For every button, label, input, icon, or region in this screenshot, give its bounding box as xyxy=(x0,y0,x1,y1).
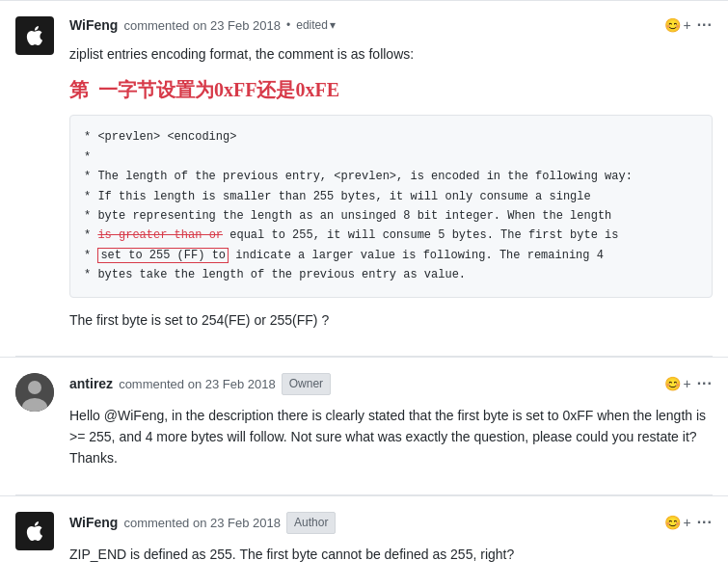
author-name: WiFeng xyxy=(69,515,118,530)
avatar xyxy=(15,16,54,55)
comment-body: Hello @WiFeng, in the description there … xyxy=(69,405,713,469)
comment-header-right: 😊 + ··· xyxy=(664,375,713,392)
plus-label: + xyxy=(683,515,690,530)
code-block: * <prevlen> <encoding> * * The length of… xyxy=(69,115,713,297)
comment-meta: commented on 23 Feb 2018 xyxy=(119,377,276,391)
author-badge: Author xyxy=(286,512,336,534)
more-options-button[interactable]: ··· xyxy=(697,514,713,531)
plus-label: + xyxy=(683,376,690,391)
comment-header-left: WiFeng commented on 23 Feb 2018 • edited… xyxy=(69,17,336,33)
comment-header: antirez commented on 23 Feb 2018 Owner 😊… xyxy=(69,373,713,395)
smiley-icon: 😊 xyxy=(664,17,681,33)
smiley-icon: 😊 xyxy=(664,376,681,391)
more-options-button[interactable]: ··· xyxy=(697,375,713,392)
comment-header-right: 😊 + ··· xyxy=(664,16,713,34)
svg-point-1 xyxy=(28,381,41,394)
emoji-reaction-button[interactable]: 😊 + xyxy=(664,515,690,530)
comment-header-left: antirez commented on 23 Feb 2018 Owner xyxy=(69,373,331,395)
comment-header-right: 😊 + ··· xyxy=(664,514,713,531)
body-text: ZIP_END is defined as 255. The first byt… xyxy=(69,544,713,565)
avatar xyxy=(15,512,54,550)
avatar xyxy=(15,373,54,412)
intro-text: ziplist entries encoding format, the com… xyxy=(69,43,713,65)
question-text: The first byte is set to 254(FE) or 255(… xyxy=(69,309,713,331)
comment-meta: commented on 23 Feb 2018 xyxy=(123,516,281,530)
author-name: WiFeng xyxy=(69,17,118,33)
plus-label: + xyxy=(683,17,690,33)
chevron-down-icon: ▾ xyxy=(330,18,336,32)
comment-body: ziplist entries encoding format, the com… xyxy=(69,43,713,331)
comment-meta: commented on 23 Feb 2018 xyxy=(123,18,281,33)
comment-header: WiFeng commented on 23 Feb 2018 Author 😊… xyxy=(69,512,713,534)
comment-3-content: WiFeng commented on 23 Feb 2018 Author 😊… xyxy=(69,512,713,574)
emoji-reaction-button[interactable]: 😊 + xyxy=(664,376,690,391)
edited-label: • xyxy=(286,18,290,32)
emoji-reaction-button[interactable]: 😊 + xyxy=(664,17,690,33)
comment-1: WiFeng commented on 23 Feb 2018 • edited… xyxy=(0,0,728,356)
comment-header: WiFeng commented on 23 Feb 2018 • edited… xyxy=(69,16,713,34)
edited-dropdown[interactable]: edited ▾ xyxy=(296,18,336,32)
comment-body: ZIP_END is defined as 255. The first byt… xyxy=(69,544,713,565)
comment-2-content: antirez commented on 23 Feb 2018 Owner 😊… xyxy=(69,373,713,479)
comment-1-content: WiFeng commented on 23 Feb 2018 • edited… xyxy=(69,16,713,340)
more-options-button[interactable]: ··· xyxy=(697,16,713,34)
author-name: antirez xyxy=(69,376,113,391)
body-text: Hello @WiFeng, in the description there … xyxy=(69,405,713,469)
smiley-icon: 😊 xyxy=(664,515,681,530)
owner-badge: Owner xyxy=(282,373,331,395)
comment-2: antirez commented on 23 Feb 2018 Owner 😊… xyxy=(0,357,728,494)
comment-header-left: WiFeng commented on 23 Feb 2018 Author xyxy=(69,512,336,534)
chinese-heading: 第 一字节设置为0xFF还是0xFE xyxy=(69,74,713,105)
comment-3: WiFeng commented on 23 Feb 2018 Author 😊… xyxy=(0,495,728,587)
